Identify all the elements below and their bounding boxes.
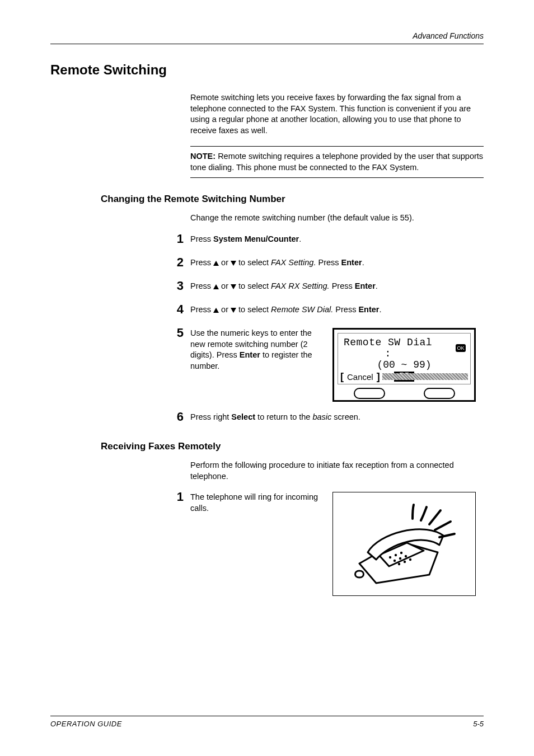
step-number: 1 <box>163 490 184 504</box>
step2-text-f: Enter <box>341 258 362 267</box>
lcd-inner: Remote SW Dial : OK (00 ~ 99) 55 [ Cance… <box>338 333 471 384</box>
step4-text-d: Remote SW Dial. <box>271 305 333 314</box>
step-5: 5 Use the numeric keys to enter the new … <box>190 328 484 402</box>
step6-text-e: screen. <box>331 412 360 421</box>
step5-text-b: Enter <box>240 350 260 359</box>
step2-text-a: Press <box>190 258 213 267</box>
subsection-2-title: Receiving Faxes Remotely <box>50 441 484 452</box>
step3-text-d: FAX RX Setting. <box>271 281 330 290</box>
lcd-frame: Remote SW Dial : OK (00 ~ 99) 55 [ Cance… <box>332 328 476 402</box>
step-number: 2 <box>163 255 184 270</box>
soft-button-right <box>424 388 455 399</box>
step-number: 5 <box>163 326 184 340</box>
subsection-2-intro: Perform the following procedure to initi… <box>190 460 484 482</box>
page-footer: OPERATION GUIDE 5-5 <box>50 716 484 728</box>
section-intro: Remote switching lets you receive faxes … <box>190 92 484 136</box>
step-3: 3 Press or to select FAX RX Setting. Pre… <box>190 281 484 294</box>
step1-text-a: Press <box>190 234 213 243</box>
step6-text-a: Press right <box>190 412 231 421</box>
step3-text-b: or <box>219 281 231 290</box>
svg-point-3 <box>394 560 396 562</box>
step-4: 4 Press or to select Remote SW Dial. Pre… <box>190 304 484 318</box>
step4-text-e: Press <box>333 305 358 314</box>
svg-point-5 <box>405 555 407 557</box>
step-1: 1 Press System Menu/Counter. <box>190 234 484 247</box>
step2-text-c: to select <box>236 258 271 267</box>
bracket-right-icon: ] <box>377 371 380 383</box>
svg-point-6 <box>398 563 400 565</box>
step4-text-f: Enter <box>358 305 379 314</box>
step4-text-a: Press <box>190 305 213 314</box>
ok-icon: OK <box>456 344 466 352</box>
header-rule <box>50 44 484 44</box>
down-arrow-icon <box>231 261 236 266</box>
step6-text-d: basic <box>312 412 331 421</box>
lcd-title: Remote SW Dial : <box>343 337 433 359</box>
step-number: 4 <box>163 302 184 317</box>
step2-text-g: . <box>362 258 364 267</box>
step1-text-c: . <box>299 234 301 243</box>
step2-text-e: Press <box>316 258 341 267</box>
subsection-1-title: Changing the Remote Switching Number <box>50 194 484 205</box>
subsection-1-intro: Change the remote switching number (the … <box>190 213 484 224</box>
step3-text-a: Press <box>190 281 213 290</box>
svg-point-2 <box>400 552 402 554</box>
step1-text-b: System Menu/Counter <box>213 234 299 243</box>
bracket-left-icon: [ <box>340 371 344 383</box>
svg-point-8 <box>409 558 411 561</box>
note-text: Remote switching requires a telephone pr… <box>190 152 483 172</box>
step-number: 3 <box>163 279 184 293</box>
telephone-icon <box>345 499 463 589</box>
sub2-step-1: 1 The telephone will ring for incoming c… <box>190 492 484 596</box>
up-arrow-icon <box>213 308 219 313</box>
step4-text-c: to select <box>236 305 271 314</box>
step6-text-b: Select <box>231 412 255 421</box>
soft-button-left <box>354 388 385 399</box>
step3-text-g: . <box>376 281 378 290</box>
step-6: 6 Press right Select to return to the ba… <box>190 412 484 425</box>
telephone-ringing-figure <box>332 492 476 596</box>
step6-text-c: to return to the <box>255 412 312 421</box>
down-arrow-icon <box>231 284 236 289</box>
running-header: Advanced Functions <box>50 31 484 40</box>
footer-rule <box>50 716 484 716</box>
step2-text-b: or <box>219 258 231 267</box>
lcd-cancel-label: Cancel <box>345 372 376 382</box>
step-number: 1 <box>163 232 184 246</box>
down-arrow-icon <box>231 308 236 313</box>
up-arrow-icon <box>213 284 219 289</box>
step3-text-f: Enter <box>355 281 376 290</box>
step3-text-c: to select <box>236 281 271 290</box>
step2-text-d: FAX Setting. <box>271 258 316 267</box>
svg-point-4 <box>399 557 401 560</box>
step-number: 6 <box>163 410 184 424</box>
footer-page-number: 5-5 <box>473 720 484 728</box>
footer-left: OPERATION GUIDE <box>50 720 122 728</box>
svg-point-0 <box>389 556 391 558</box>
step3-text-e: Press <box>330 281 355 290</box>
up-arrow-icon <box>213 261 219 266</box>
device-screen: Remote SW Dial : OK (00 ~ 99) 55 [ Cance… <box>332 328 476 402</box>
section-title: Remote Switching <box>50 62 484 78</box>
lcd-range: (00 ~ 99) <box>338 359 470 370</box>
sub2-step1-text: The telephone will ring for incoming cal… <box>190 492 325 514</box>
svg-point-1 <box>395 554 397 556</box>
lcd-filler <box>382 373 468 380</box>
note-label: NOTE: <box>190 152 216 161</box>
step-2: 2 Press or to select FAX Setting. Press … <box>190 257 484 271</box>
step4-text-b: or <box>219 305 231 314</box>
lcd-cancel: [ Cancel ] <box>340 371 380 383</box>
step4-text-g: . <box>380 305 382 314</box>
svg-point-7 <box>404 561 406 563</box>
note-box: NOTE: Remote switching requires a teleph… <box>190 146 484 178</box>
